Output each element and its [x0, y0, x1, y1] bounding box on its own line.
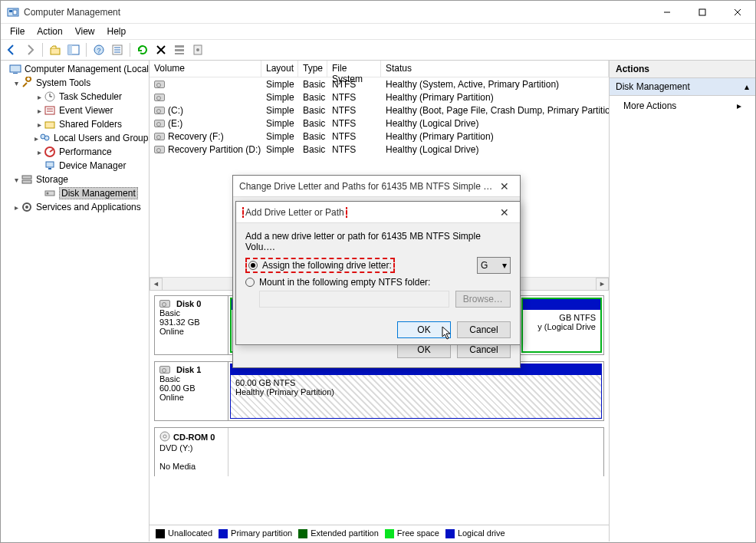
tree-storage[interactable]: Storage [36, 174, 68, 185]
dialog-parent-title: Change Drive Letter and Paths for 61435 … [239, 181, 495, 192]
tree-device-manager[interactable]: Device Manager [59, 160, 126, 171]
dialog-instruction: Add a new drive letter or path for 61435… [245, 231, 511, 252]
close-icon[interactable]: ✕ [495, 206, 514, 219]
disk0-type: Basic [159, 308, 223, 318]
back-button[interactable] [4, 42, 19, 58]
maximize-button[interactable] [685, 1, 720, 24]
svg-rect-38 [22, 176, 31, 179]
delete-button[interactable] [153, 42, 169, 58]
svg-rect-28 [45, 107, 54, 114]
svg-rect-7 [51, 48, 60, 54]
refresh-button[interactable] [135, 42, 150, 58]
menu-help[interactable]: Help [101, 25, 133, 38]
disk1-partition-primary[interactable]: 60.00 GB NTFS Healthy (Primary Partition… [230, 364, 602, 419]
legend-logical: Logical drive [458, 528, 505, 538]
users-icon [38, 132, 51, 144]
col-type[interactable]: Type [298, 61, 327, 77]
svg-rect-37 [48, 168, 51, 169]
legend-swatch-extended [298, 529, 307, 538]
show-hide-tree-button[interactable] [66, 42, 81, 58]
app-icon [7, 6, 19, 18]
properties-button[interactable] [110, 42, 125, 58]
disk1-p1-line2: Healthy (Primary Partition) [235, 387, 597, 397]
svg-point-33 [44, 136, 49, 140]
dialog-add-drive-letter[interactable]: Add Drive Letter or Path ✕ Add a new dri… [235, 201, 521, 345]
chevron-right-icon[interactable]: ▸ [35, 93, 44, 101]
device-manager-icon [44, 160, 56, 172]
performance-icon [44, 146, 56, 158]
chevron-right-icon[interactable]: ▸ [35, 120, 44, 129]
radio-assign-letter[interactable] [248, 261, 258, 270]
legend-swatch-logical [445, 529, 455, 538]
scheduler-icon [44, 90, 56, 103]
label-mount-folder: Mount in the following empty NTFS folder… [259, 277, 430, 288]
svg-rect-1 [9, 10, 12, 12]
svg-line-35 [50, 150, 53, 152]
svg-text:?: ? [97, 47, 100, 54]
menubar: File Action View Help [1, 24, 755, 39]
tree-disk-management[interactable]: Disk Management [59, 187, 138, 199]
tree-root[interactable]: Computer Management (Local [25, 64, 149, 74]
menu-action[interactable]: Action [31, 25, 68, 38]
minimize-button[interactable] [649, 1, 685, 24]
forward-button[interactable] [22, 42, 38, 58]
drive-letter-combo[interactable]: G ▾ [477, 257, 511, 274]
tree-local-users[interactable]: Local Users and Groups [54, 133, 150, 143]
disk1-p1-line1: 60.00 GB NTFS [235, 378, 597, 387]
menu-view[interactable]: View [69, 25, 101, 38]
up-button[interactable] [48, 42, 63, 58]
tree-performance[interactable]: Performance [59, 146, 112, 157]
radio-mount-folder[interactable] [245, 278, 255, 287]
chevron-right-icon[interactable]: ▸ [12, 203, 21, 212]
settings-button[interactable] [190, 42, 205, 58]
col-filesystem[interactable]: File System [327, 61, 381, 77]
disk0-partition-logical[interactable]: GB NTFS y (Logical Drive [521, 298, 602, 353]
legend-unallocated: Unallocated [168, 528, 212, 538]
svg-rect-19 [175, 49, 184, 51]
chevron-down-icon[interactable]: ▾ [12, 176, 21, 184]
close-button[interactable] [720, 1, 755, 24]
col-volume[interactable]: Volume [150, 61, 261, 77]
help-button[interactable]: ? [91, 42, 107, 58]
chevron-right-icon: ▸ [737, 100, 741, 111]
menu-file[interactable]: File [4, 25, 31, 38]
disk-block-1[interactable]: Disk 1 Basic 60.00 GB Online 60.00 GB NT… [154, 361, 604, 421]
chevron-down-icon[interactable]: ▾ [12, 79, 21, 87]
col-status[interactable]: Status [381, 61, 609, 77]
tree-shared-folders[interactable]: Shared Folders [59, 119, 122, 130]
tree-task-scheduler[interactable]: Task Scheduler [59, 91, 122, 102]
col-layout[interactable]: Layout [261, 61, 298, 77]
disk-block-cdrom[interactable]: CD-ROM 0 DVD (Y:) No Media [154, 427, 604, 476]
actions-more[interactable]: More Actions ▸ [610, 96, 755, 116]
volume-row[interactable]: (E:)SimpleBasicNTFSHealthy (Logical Driv… [150, 117, 609, 130]
svg-rect-9 [68, 45, 72, 54]
volume-row[interactable]: Recovery (F:)SimpleBasicNTFSHealthy (Pri… [150, 130, 609, 143]
child-cancel-button[interactable]: Cancel [457, 321, 511, 338]
scroll-right-icon[interactable]: ► [596, 278, 609, 291]
navigation-tree[interactable]: Computer Management (Local ▾ System Tool… [1, 61, 150, 541]
volume-row[interactable]: SimpleBasicNTFSHealthy (System, Active, … [150, 77, 609, 90]
dialog-child-title: Add Drive Letter or Path [242, 207, 347, 218]
tree-services[interactable]: Services and Applications [36, 202, 141, 212]
scroll-left-icon[interactable]: ◄ [150, 278, 163, 291]
svg-rect-39 [22, 180, 31, 183]
chevron-right-icon[interactable]: ▸ [35, 107, 44, 115]
volume-icon [154, 94, 165, 101]
collapse-icon[interactable]: ▴ [744, 81, 749, 92]
child-ok-button[interactable]: OK [397, 321, 451, 338]
legend-extended: Extended partition [311, 528, 379, 538]
actions-section-disk-management[interactable]: Disk Management ▴ [610, 78, 755, 96]
close-icon[interactable]: ✕ [495, 180, 514, 193]
volume-row[interactable]: SimpleBasicNTFSHealthy (Primary Partitio… [150, 90, 609, 104]
event-viewer-icon [44, 104, 56, 117]
list-settings-button[interactable] [172, 42, 187, 58]
volume-row[interactable]: (C:)SimpleBasicNTFSHealthy (Boot, Page F… [150, 104, 609, 117]
volume-row[interactable]: Recovery Partition (D:)SimpleBasicNTFSHe… [150, 143, 609, 156]
shared-folders-icon [44, 118, 56, 130]
disk0-status: Online [159, 327, 223, 336]
tree-system-tools[interactable]: System Tools [36, 77, 90, 88]
volume-icon [154, 133, 165, 140]
tree-event-viewer[interactable]: Event Viewer [59, 105, 113, 116]
chevron-right-icon[interactable]: ▸ [35, 148, 44, 156]
disk1-type: Basic [159, 374, 223, 383]
